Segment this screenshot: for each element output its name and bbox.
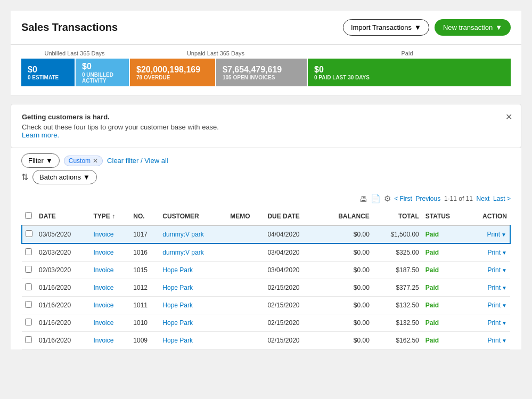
print-link[interactable]: Print: [487, 337, 501, 344]
customer-link[interactable]: dummy:V park: [162, 231, 203, 238]
card-overdue[interactable]: $20,000,198,169 78 OVERDUE: [130, 59, 215, 86]
last-page-link[interactable]: Last >: [493, 195, 511, 202]
print-chevron-icon[interactable]: ▼: [502, 267, 507, 273]
col-header-date[interactable]: DATE: [36, 208, 90, 225]
row-balance: $0.00: [319, 243, 372, 262]
print-action[interactable]: Print ▼: [470, 302, 508, 309]
header-actions: Import Transactions ▼ New transaction ▼: [343, 19, 511, 36]
clear-filter-link[interactable]: Clear filter / View all: [107, 157, 168, 165]
print-action[interactable]: Print ▼: [470, 266, 508, 274]
row-checkbox-cell: [22, 332, 36, 349]
row-customer: dummy:V park: [159, 225, 227, 243]
print-chevron-icon[interactable]: ▼: [501, 232, 506, 238]
row-customer: Hope Park: [159, 262, 227, 279]
col-header-due-date[interactable]: DUE DATE: [264, 208, 319, 225]
card-estimate[interactable]: $0 0 ESTIMATE: [21, 59, 75, 86]
row-checkbox[interactable]: [25, 301, 32, 308]
table-header-row: DATE TYPE NO. CUSTOMER MEMO DUE DATE BAL…: [22, 208, 510, 225]
print-link[interactable]: Print: [487, 231, 500, 238]
print-chevron-icon[interactable]: ▼: [502, 320, 507, 326]
col-header-no[interactable]: NO.: [130, 208, 159, 225]
type-link[interactable]: Invoice: [93, 266, 113, 274]
col-header-balance[interactable]: BALANCE: [319, 208, 372, 225]
print-chevron-icon[interactable]: ▼: [502, 303, 507, 308]
row-type: Invoice: [90, 262, 130, 279]
status-badge: Paid: [425, 284, 439, 291]
row-memo: [227, 332, 264, 349]
print-link[interactable]: Print: [487, 249, 501, 256]
type-link[interactable]: Invoice: [93, 319, 113, 327]
row-checkbox[interactable]: [25, 319, 32, 325]
print-icon[interactable]: 🖶: [359, 194, 367, 203]
next-page-link[interactable]: Next: [477, 195, 490, 202]
customer-link[interactable]: Hope Park: [162, 319, 193, 327]
customer-link[interactable]: dummy:V park: [162, 249, 203, 256]
print-chevron-icon[interactable]: ▼: [502, 338, 507, 344]
batch-actions-button[interactable]: Batch actions ▼: [32, 170, 97, 184]
type-link[interactable]: Invoice: [93, 302, 113, 309]
type-link[interactable]: Invoice: [93, 231, 113, 238]
col-header-memo[interactable]: MEMO: [227, 208, 264, 225]
page-title: Sales Transactions: [21, 21, 118, 34]
col-header-total[interactable]: TOTAL: [373, 208, 422, 225]
print-action[interactable]: Print ▼: [470, 284, 508, 291]
row-due-date: 03/04/2020: [264, 262, 319, 279]
sort-icon[interactable]: ⇅: [21, 172, 28, 182]
row-checkbox[interactable]: [25, 248, 32, 255]
row-customer: Hope Park: [159, 332, 227, 349]
print-action[interactable]: Print ▼: [470, 249, 508, 256]
col-header-action: ACTION: [466, 208, 511, 225]
print-chevron-icon[interactable]: ▼: [502, 285, 507, 291]
import-transactions-button[interactable]: Import Transactions ▼: [343, 19, 429, 36]
new-transaction-button[interactable]: New transaction ▼: [435, 19, 511, 36]
col-header-customer[interactable]: CUSTOMER: [159, 208, 227, 225]
card-unbilled[interactable]: $0 0 UNBILLED ACTIVITY: [76, 59, 129, 86]
summary-label-unbilled: Unbilled Last 365 Days: [21, 50, 128, 56]
print-action[interactable]: Print ▼: [470, 231, 507, 238]
filter-button[interactable]: Filter ▼: [21, 153, 60, 168]
close-icon[interactable]: ✕: [505, 112, 512, 122]
col-header-status[interactable]: STATUS: [422, 208, 466, 225]
print-link[interactable]: Print: [487, 284, 501, 291]
type-link[interactable]: Invoice: [93, 284, 113, 291]
row-memo: [227, 262, 264, 279]
settings-icon[interactable]: ⚙: [384, 194, 391, 203]
row-date: 03/05/2020: [36, 225, 90, 243]
promo-learn-more-link[interactable]: Learn more.: [22, 131, 59, 139]
status-badge: Paid: [425, 249, 439, 256]
customer-link[interactable]: Hope Park: [162, 284, 193, 291]
row-balance: $0.00: [319, 225, 372, 243]
row-status: Paid: [422, 262, 466, 279]
export-icon[interactable]: 📄: [371, 194, 381, 203]
print-link[interactable]: Print: [487, 319, 501, 327]
previous-page-link[interactable]: Previous: [416, 195, 441, 202]
customer-link[interactable]: Hope Park: [162, 302, 193, 309]
select-all-checkbox[interactable]: [25, 212, 32, 219]
card-paid[interactable]: $0 0 PAID LAST 30 DAYS: [308, 59, 511, 86]
customer-link[interactable]: Hope Park: [162, 337, 193, 344]
print-action[interactable]: Print ▼: [470, 319, 508, 327]
row-checkbox[interactable]: [25, 336, 32, 343]
row-checkbox[interactable]: [25, 283, 32, 290]
remove-filter-icon[interactable]: ✕: [93, 157, 98, 165]
chevron-down-icon: ▼: [46, 157, 53, 165]
row-checkbox[interactable]: [26, 230, 32, 237]
print-link[interactable]: Print: [487, 302, 501, 309]
type-link[interactable]: Invoice: [93, 249, 113, 256]
print-link[interactable]: Print: [487, 266, 501, 274]
toolbar: Filter ▼ Custom ✕ Clear filter / View al…: [21, 148, 511, 190]
row-type: Invoice: [90, 243, 130, 262]
row-status: Paid: [422, 279, 466, 297]
card-open-invoices[interactable]: $7,654,479,619 105 OPEN INVOICES: [216, 59, 307, 86]
print-chevron-icon[interactable]: ▼: [502, 250, 507, 256]
row-checkbox[interactable]: [25, 266, 32, 273]
type-link[interactable]: Invoice: [93, 337, 113, 344]
customer-link[interactable]: Hope Park: [162, 266, 193, 274]
row-balance: $0.00: [319, 332, 372, 349]
col-header-type[interactable]: TYPE: [90, 208, 130, 225]
row-memo: [227, 225, 264, 243]
print-action[interactable]: Print ▼: [470, 337, 508, 344]
first-page-link[interactable]: < First: [394, 195, 412, 202]
row-total: $132.50: [373, 297, 422, 314]
row-total: $1,500.00: [373, 225, 422, 243]
